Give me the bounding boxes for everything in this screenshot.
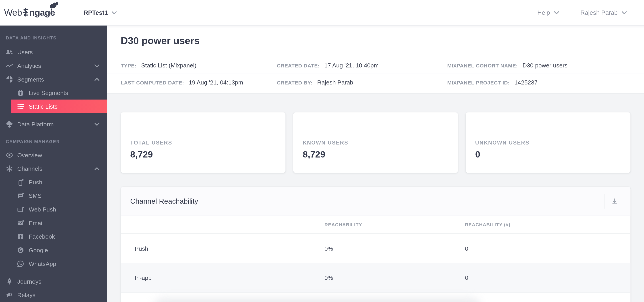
meta-value: 17 Aug '21, 10:40pm bbox=[324, 62, 379, 69]
sidebar-item-google[interactable]: Google bbox=[0, 243, 107, 257]
sidebar-item-label: Journeys bbox=[17, 278, 41, 284]
sidebar-item-label: Channels bbox=[17, 165, 42, 172]
stat-label: KNOWN USERS bbox=[303, 139, 458, 146]
user-name: Rajesh Parab bbox=[580, 9, 618, 16]
email-icon bbox=[17, 219, 24, 226]
push-icon bbox=[17, 178, 24, 186]
download-button[interactable] bbox=[605, 192, 624, 211]
google-icon bbox=[17, 246, 24, 254]
sidebar-item-data-platform[interactable]: Data Platform bbox=[0, 117, 107, 131]
cell-channel: Push bbox=[121, 245, 324, 252]
cell-reachability-count: 0 bbox=[465, 245, 630, 252]
sidebar-item-web-push[interactable]: Web Push bbox=[0, 203, 107, 216]
sidebar-item-label: Web Push bbox=[29, 206, 56, 212]
meta-value: Static List (Mixpanel) bbox=[141, 62, 196, 69]
sidebar-item-users[interactable]: Users bbox=[0, 45, 107, 59]
meta-value: Rajesh Parab bbox=[317, 79, 353, 86]
sidebar-item-label: SMS bbox=[29, 193, 42, 199]
overview-icon bbox=[6, 151, 13, 159]
relays-icon bbox=[6, 291, 13, 298]
stat-card-total-users: TOTAL USERS 8,729 bbox=[121, 112, 286, 173]
stat-value: 8,729 bbox=[303, 149, 458, 160]
sidebar: DATA AND INSIGHTS Users bbox=[0, 26, 107, 302]
stat-value: 8,729 bbox=[130, 149, 285, 160]
table-header-row: REACHABILITY REACHABILITY (#) bbox=[121, 216, 630, 234]
meta-value: 1425237 bbox=[514, 79, 538, 86]
stat-label: TOTAL USERS bbox=[130, 139, 285, 146]
sidebar-item-journeys[interactable]: Journeys bbox=[0, 274, 107, 288]
whatsapp-icon bbox=[17, 260, 24, 267]
panel-header: Channel Reachability bbox=[121, 187, 630, 216]
sidebar-item-channels[interactable]: Channels bbox=[0, 162, 107, 176]
section-title: CAMPAIGN MANAGER bbox=[0, 137, 107, 146]
top-bar-right: Help Rajesh Parab bbox=[537, 9, 627, 16]
project-name: RPTest1 bbox=[84, 9, 108, 16]
meta-project-id: MIXPANEL PROJECT ID: 1425237 bbox=[447, 79, 644, 86]
section-title: DATA AND INSIGHTS bbox=[0, 34, 107, 42]
static-lists-icon bbox=[17, 103, 24, 110]
sidebar-item-sms[interactable]: SMS bbox=[0, 189, 107, 203]
meta-row-2: LAST COMPUTED DATE: 19 Aug '21, 04:13pm … bbox=[107, 74, 644, 90]
stat-card-known-users: KNOWN USERS 8,729 bbox=[293, 112, 458, 173]
webengage-logo[interactable]: Web ngage bbox=[4, 7, 55, 18]
meta-label: TYPE: bbox=[121, 63, 136, 69]
sidebar-item-whatsapp[interactable]: WhatsApp bbox=[0, 257, 107, 270]
logo-text-light: Web bbox=[4, 7, 22, 18]
web-push-icon bbox=[17, 205, 24, 213]
sidebar-item-label: Google bbox=[29, 247, 48, 253]
cell-reachability: 0% bbox=[324, 274, 465, 281]
sidebar-item-push[interactable]: Push bbox=[0, 175, 107, 189]
meta-created-date: CREATED DATE: 17 Aug '21, 10:40pm bbox=[277, 62, 447, 69]
chevron-down-icon bbox=[94, 122, 99, 126]
analytics-icon bbox=[6, 62, 13, 69]
sidebar-item-email[interactable]: Email bbox=[0, 216, 107, 230]
chevron-up-icon bbox=[94, 167, 99, 170]
meta-label: MIXPANEL PROJECT ID: bbox=[447, 80, 510, 86]
panel-title: Channel Reachability bbox=[130, 197, 604, 206]
sidebar-item-facebook[interactable]: Facebook bbox=[0, 230, 107, 243]
sidebar-item-label: WhatsApp bbox=[29, 260, 56, 267]
meta-row-1: TYPE: Static List (Mixpanel) CREATED DAT… bbox=[107, 57, 644, 73]
page-title: D30 power users bbox=[107, 26, 644, 47]
sidebar-item-label: Segments bbox=[17, 76, 44, 82]
user-menu[interactable]: Rajesh Parab bbox=[580, 9, 627, 16]
logo-arrows-icon bbox=[22, 8, 29, 16]
sidebar-item-segments[interactable]: Segments bbox=[0, 72, 107, 86]
stat-value: 0 bbox=[475, 149, 630, 160]
users-icon bbox=[6, 48, 13, 56]
section-campaign-manager: CAMPAIGN MANAGER Overview bbox=[0, 131, 107, 301]
project-switcher[interactable]: RPTest1 bbox=[84, 9, 116, 16]
sidebar-item-analytics[interactable]: Analytics bbox=[0, 59, 107, 73]
cell-reachability: 0% bbox=[324, 245, 465, 252]
sidebar-item-static-lists[interactable]: Static Lists bbox=[11, 99, 107, 113]
sidebar-item-label: Live Segments bbox=[29, 89, 68, 96]
table-row: In-app 0% 0 bbox=[121, 263, 630, 292]
sidebar-item-label: Relays bbox=[17, 291, 35, 298]
section-data-and-insights: DATA AND INSIGHTS Users bbox=[0, 26, 107, 131]
channel-reachability-panel: Channel Reachability REACHABILITY REACHA… bbox=[121, 187, 630, 302]
cell-channel: In-app bbox=[121, 274, 324, 281]
main-content: D30 power users TYPE: Static List (Mixpa… bbox=[107, 26, 644, 302]
column-reachability: REACHABILITY bbox=[324, 222, 465, 227]
sidebar-item-label: Facebook bbox=[29, 233, 55, 240]
logo-bird-icon bbox=[48, 1, 59, 11]
meta-label: LAST COMPUTED DATE: bbox=[121, 80, 184, 86]
help-menu[interactable]: Help bbox=[537, 9, 559, 16]
chevron-up-icon bbox=[94, 78, 99, 81]
sidebar-item-live-segments[interactable]: Live Segments bbox=[0, 86, 107, 100]
data-platform-icon bbox=[6, 120, 13, 128]
sidebar-item-overview[interactable]: Overview bbox=[0, 148, 107, 162]
sms-icon bbox=[17, 192, 24, 199]
top-bar: Web ngage RPTest1 bbox=[0, 0, 644, 26]
meta-type: TYPE: Static List (Mixpanel) bbox=[107, 62, 277, 69]
sidebar-item-label: Static Lists bbox=[29, 103, 58, 109]
stat-card-unknown-users: UNKNOWN USERS 0 bbox=[466, 112, 630, 173]
stat-cards: TOTAL USERS 8,729 KNOWN USERS 8,729 UNKN… bbox=[121, 112, 630, 173]
column-reachability-count: REACHABILITY (#) bbox=[465, 222, 630, 227]
meta-cohort-name: MIXPANEL COHORT NAME: D30 power users bbox=[447, 62, 644, 69]
sidebar-item-label: Analytics bbox=[17, 62, 41, 69]
sidebar-item-relays[interactable]: Relays bbox=[0, 288, 107, 302]
meta-created-by: CREATED BY: Rajesh Parab bbox=[277, 79, 447, 86]
app-viewport: Web ngage RPTest1 bbox=[0, 0, 644, 302]
meta-value: 19 Aug '21, 04:13pm bbox=[189, 79, 243, 86]
